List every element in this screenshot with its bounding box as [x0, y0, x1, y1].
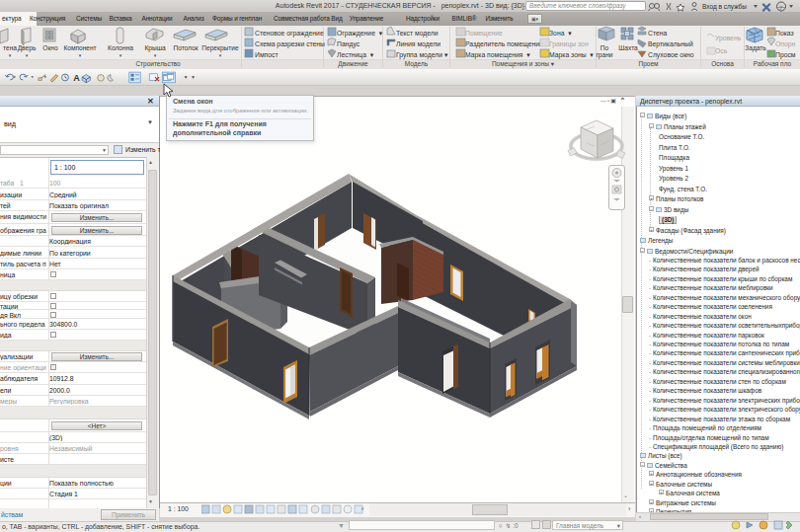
svg-text:Вход в службы: Вход в службы [702, 3, 747, 11]
svg-text:A: A [73, 73, 80, 83]
